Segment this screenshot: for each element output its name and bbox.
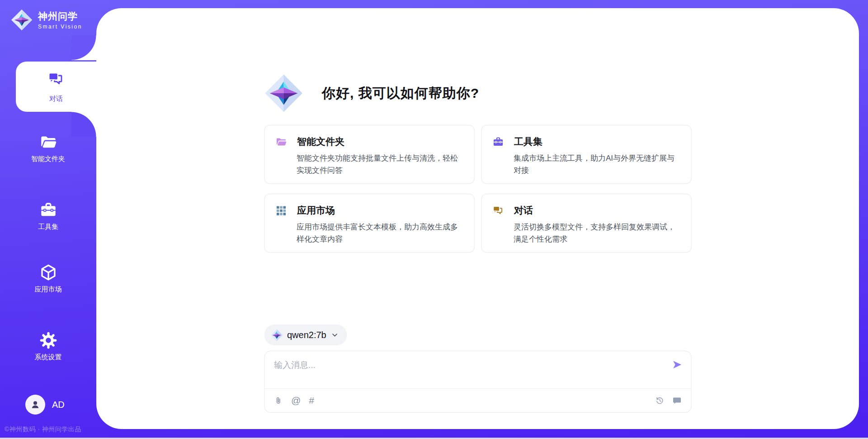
folder-icon — [39, 133, 58, 152]
sidebar-item-chat[interactable]: 对话 — [16, 62, 96, 112]
card-description: 灵活切换多模型文件，支持多样回复效果调试，满足个性化需求 — [514, 221, 680, 245]
sidebar-item-label: 智能文件夹 — [0, 155, 96, 163]
sidebar-item-label: 工具集 — [0, 223, 96, 231]
at-icon: @ — [291, 395, 301, 406]
card-title: 对话 — [514, 204, 533, 217]
page-title: 你好, 我可以如何帮助你? — [322, 84, 479, 103]
history-button[interactable] — [655, 396, 665, 406]
diamond-logo-icon — [11, 9, 33, 31]
new-chat-button[interactable] — [672, 396, 682, 406]
sidebar-item-market[interactable]: 应用市场 — [0, 263, 96, 294]
model-name: qwen2:7b — [287, 330, 326, 340]
user-label: AD — [52, 400, 65, 410]
greeting-block: 你好, 我可以如何帮助你? — [264, 74, 691, 113]
card-app-market[interactable]: 应用市场 应用市场提供丰富长文本模板，助力高效生成多样化文章内容 — [264, 194, 474, 253]
card-chat[interactable]: 对话 灵活切换多模型文件，支持多样回复效果调试，满足个性化需求 — [481, 194, 691, 253]
model-selector[interactable]: qwen2:7b — [264, 324, 347, 345]
diamond-logo-icon — [270, 329, 283, 341]
chat-icon — [47, 70, 65, 88]
tab-fillet-top — [71, 35, 96, 60]
folder-icon — [275, 136, 287, 148]
card-description: 集成市场上主流工具，助力AI与外界无缝扩展与对接 — [514, 152, 680, 177]
sidebar-footer: ©神州数码 · 神州问学出品 — [5, 425, 95, 434]
cube-icon — [39, 263, 58, 282]
sidebar: 神州问学 Smart Vision 对话 智能文件夹 工具集 — [0, 0, 96, 439]
card-description: 智能文件夹功能支持批量文件上传与清洗，轻松实现文件问答 — [297, 152, 463, 177]
chat-icon — [492, 205, 504, 217]
sidebar-item-folders[interactable]: 智能文件夹 — [0, 133, 96, 163]
message-composer: ➤ @ # — [264, 351, 691, 413]
toolbox-icon — [492, 136, 504, 148]
brand-logo: 神州问学 Smart Vision — [11, 9, 82, 31]
model-row: qwen2:7b — [264, 324, 691, 345]
attach-file-button[interactable] — [274, 396, 283, 406]
person-icon — [29, 399, 41, 410]
mention-button[interactable]: @ — [291, 395, 301, 406]
paperclip-icon — [274, 396, 283, 406]
chevron-down-icon — [331, 331, 339, 339]
diamond-logo-icon — [264, 74, 303, 113]
send-button[interactable]: ➤ — [672, 358, 682, 370]
toolbox-icon — [39, 200, 58, 220]
shortcut-cards: 智能文件夹 智能文件夹功能支持批量文件上传与清洗，轻松实现文件问答 工具集 集成… — [264, 125, 691, 253]
brand-name: 神州问学 — [38, 10, 82, 23]
topic-button[interactable]: # — [309, 395, 314, 406]
card-smart-folder[interactable]: 智能文件夹 智能文件夹功能支持批量文件上传与清洗，轻松实现文件问答 — [264, 125, 474, 184]
grid-icon — [275, 205, 287, 217]
brand-subtitle: Smart Vision — [38, 24, 82, 30]
hash-icon: # — [309, 395, 314, 406]
user-menu[interactable]: AD — [25, 395, 65, 415]
card-title: 工具集 — [514, 135, 542, 148]
history-icon — [655, 396, 665, 406]
gear-icon — [39, 331, 58, 350]
composer-toolbar: @ # — [264, 388, 691, 412]
card-description: 应用市场提供丰富长文本模板，助力高效生成多样化文章内容 — [297, 221, 463, 245]
card-title: 智能文件夹 — [297, 135, 344, 148]
sidebar-item-label: 对话 — [49, 95, 63, 103]
sidebar-item-tools[interactable]: 工具集 — [0, 200, 96, 231]
sidebar-item-label: 应用市场 — [0, 285, 96, 294]
main-panel: 你好, 我可以如何帮助你? 智能文件夹 智能文件夹功能支持批量文件上传与清洗，轻… — [96, 8, 859, 429]
card-title: 应用市场 — [297, 204, 335, 217]
content-column: 你好, 我可以如何帮助你? 智能文件夹 智能文件夹功能支持批量文件上传与清洗，轻… — [264, 8, 691, 429]
chat-bubble-icon — [672, 396, 682, 406]
card-toolset[interactable]: 工具集 集成市场上主流工具，助力AI与外界无缝扩展与对接 — [481, 125, 691, 184]
sidebar-item-settings[interactable]: 系统设置 — [0, 331, 96, 362]
avatar — [25, 395, 45, 415]
sidebar-item-label: 系统设置 — [0, 353, 96, 362]
message-input[interactable] — [264, 351, 691, 389]
